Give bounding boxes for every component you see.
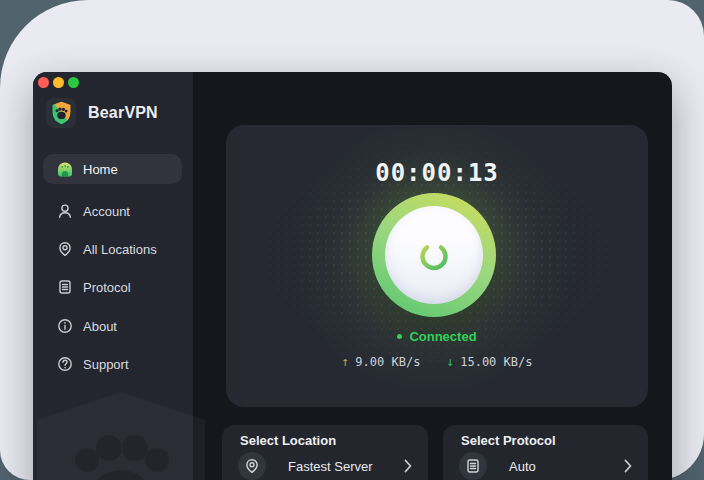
location-value: Fastest Server <box>288 459 404 474</box>
sidebar-item-label: Home <box>83 162 118 177</box>
home-icon <box>56 161 73 178</box>
upload-value: 9.00 KB/s <box>355 355 420 369</box>
sidebar-item-protocol[interactable]: Protocol <box>43 272 182 302</box>
card-title: Select Protocol <box>461 433 556 448</box>
location-pin-icon <box>56 241 73 258</box>
account-icon <box>56 203 73 220</box>
sidebar-item-label: About <box>83 319 117 334</box>
sidebar: BearVPN Home <box>33 72 193 480</box>
upload-speed: ↑ 9.00 KB/s <box>342 354 421 369</box>
download-value: 15.00 KB/s <box>460 355 532 369</box>
zoom-button[interactable] <box>68 77 79 88</box>
chevron-right-icon <box>624 459 632 473</box>
sidebar-item-account[interactable]: Account <box>43 196 182 226</box>
sidebar-item-support[interactable]: Support <box>43 349 182 379</box>
sidebar-item-about[interactable]: About <box>43 311 182 341</box>
download-speed: ↓ 15.00 KB/s <box>446 354 532 369</box>
chevron-right-icon <box>404 459 412 473</box>
protocol-selector[interactable]: Auto <box>443 452 648 480</box>
app-logo <box>46 98 76 128</box>
app-window: BearVPN Home <box>33 72 672 480</box>
question-icon <box>56 356 73 373</box>
download-arrow-icon: ↓ <box>446 354 454 369</box>
upload-arrow-icon: ↑ <box>342 354 350 369</box>
protocol-chip <box>459 452 487 480</box>
connection-panel: 00:00:13 Connected ↑ 9.00 KB/s <box>226 125 648 407</box>
window-controls <box>38 77 79 88</box>
minimize-button[interactable] <box>53 77 64 88</box>
app-name: BearVPN <box>88 104 158 122</box>
power-button-inner <box>385 206 483 304</box>
location-chip <box>238 452 266 480</box>
sidebar-item-label: Protocol <box>83 280 131 295</box>
info-icon <box>56 318 73 335</box>
status-dot <box>397 334 402 339</box>
paw-watermark-icon <box>33 388 221 480</box>
power-icon <box>414 235 454 275</box>
sidebar-item-all-locations[interactable]: All Locations <box>43 234 182 264</box>
select-protocol-card: Select Protocol Auto <box>443 425 648 480</box>
protocol-doc-icon <box>465 458 481 474</box>
power-button[interactable] <box>372 193 496 317</box>
select-location-card: Select Location Fastest Server <box>222 425 428 480</box>
card-title: Select Location <box>240 433 336 448</box>
protocol-value: Auto <box>509 459 624 474</box>
app-logo-row: BearVPN <box>46 98 158 128</box>
protocol-doc-icon <box>56 279 73 296</box>
location-pin-icon <box>244 458 260 474</box>
sidebar-item-home[interactable]: Home <box>43 154 182 184</box>
bear-shield-icon <box>50 100 73 126</box>
close-button[interactable] <box>38 77 49 88</box>
sidebar-item-label: All Locations <box>83 242 157 257</box>
connection-status: Connected <box>226 329 648 344</box>
speed-readout: ↑ 9.00 KB/s ↓ 15.00 KB/s <box>226 354 648 369</box>
session-timer: 00:00:13 <box>226 159 648 187</box>
status-label: Connected <box>409 329 476 344</box>
sidebar-item-label: Support <box>83 357 129 372</box>
location-selector[interactable]: Fastest Server <box>222 452 428 480</box>
sidebar-item-label: Account <box>83 204 130 219</box>
